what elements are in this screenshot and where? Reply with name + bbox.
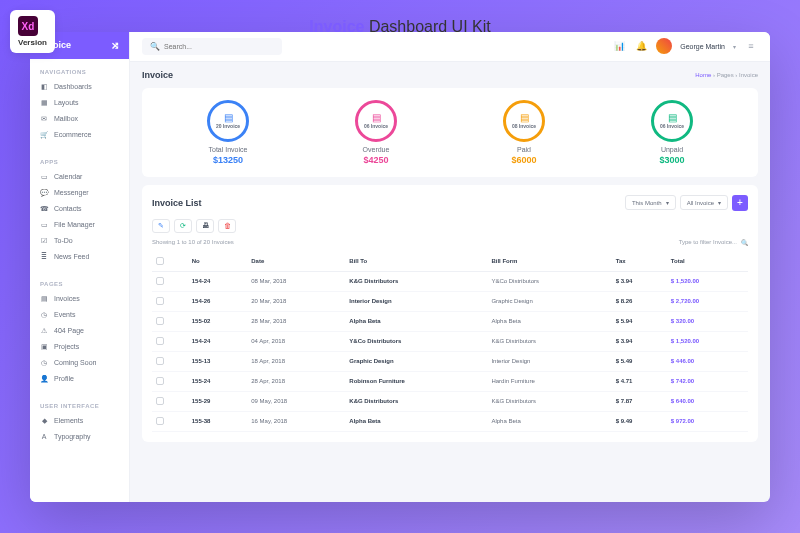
cell-tax: $ 5.49 (612, 351, 667, 371)
nav-404[interactable]: ⚠404 Page (30, 323, 129, 339)
table-row[interactable]: 155-3816 May, 2018Alpha BetaAlpha Beta$ … (152, 411, 748, 431)
col-tax[interactable]: Tax (612, 252, 667, 272)
cell-no: 155-38 (188, 411, 248, 431)
nav-mailbox[interactable]: ✉Mailbox (30, 111, 129, 127)
nav-todo[interactable]: ☑To-Do (30, 233, 129, 249)
table-row[interactable]: 154-2408 Mar, 2018K&G DistributorsY&Co D… (152, 271, 748, 291)
notification-icon[interactable]: 🔔 (634, 39, 648, 53)
page-header: Invoice Home › Pages › Invoice (142, 70, 758, 80)
checkbox[interactable] (156, 337, 164, 345)
cell-billto: Y&Co Distributors (345, 331, 487, 351)
nav-contacts[interactable]: ☎Contacts (30, 201, 129, 217)
cell-billfrom: K&G Distributors (487, 391, 611, 411)
breadcrumb-pages[interactable]: Pages (717, 72, 734, 78)
nav-item-label: Coming Soon (54, 359, 96, 366)
stat-paid: ▤08 Invoice Paid $6000 (503, 100, 545, 165)
events-icon: ◷ (40, 311, 48, 319)
nav-item-label: News Feed (54, 253, 89, 260)
nav-label-ui: USER INTERFACE (30, 399, 129, 413)
chart-icon[interactable]: 📊 (612, 39, 626, 53)
stats-row: ▤20 Invoice Total Invoice $13250 ▤06 Inv… (142, 88, 758, 177)
stat-count: 06 Invoice (660, 123, 684, 129)
checkbox[interactable] (156, 297, 164, 305)
error-icon: ⚠ (40, 327, 48, 335)
search-icon: 🔍 (741, 239, 748, 246)
nav-dashboards[interactable]: ◧Dashboards (30, 79, 129, 95)
cell-tax: $ 8.26 (612, 291, 667, 311)
stat-value: $6000 (503, 155, 545, 165)
cell-no: 155-13 (188, 351, 248, 371)
edit-button[interactable]: ✎ (152, 219, 170, 233)
checkbox[interactable] (156, 377, 164, 385)
invoice-filter-dropdown[interactable]: All Invoice▾ (680, 195, 728, 210)
refresh-button[interactable]: ⟳ (174, 219, 192, 233)
filter-placeholder: Type to filter Invoice... (679, 239, 737, 245)
table-row[interactable]: 154-2404 Apr, 2018Y&Co DistributorsK&G D… (152, 331, 748, 351)
nav-comingsoon[interactable]: ◷Coming Soon (30, 355, 129, 371)
cell-no: 155-24 (188, 371, 248, 391)
chevron-down-icon: ▾ (718, 199, 721, 206)
nav-label-apps: APPS (30, 155, 129, 169)
layouts-icon: ▦ (40, 99, 48, 107)
chevron-down-icon[interactable]: ▾ (733, 43, 736, 50)
stat-value: $13250 (207, 155, 249, 165)
nav-ecommerce[interactable]: 🛒Ecommerce (30, 127, 129, 143)
col-no[interactable]: No (188, 252, 248, 272)
col-billfrom[interactable]: Bill Form (487, 252, 611, 272)
nav-invoices[interactable]: ▤Invoices (30, 291, 129, 307)
avatar[interactable] (656, 38, 672, 54)
checkbox[interactable] (156, 357, 164, 365)
table-row[interactable]: 155-2909 May, 2018K&G DistributorsK&G Di… (152, 391, 748, 411)
nav-item-label: Typography (54, 433, 91, 440)
cell-date: 16 May, 2018 (247, 411, 345, 431)
checkbox[interactable] (156, 417, 164, 425)
xd-icon: Xd (18, 16, 38, 36)
nav-events[interactable]: ◷Events (30, 307, 129, 323)
cell-no: 154-26 (188, 291, 248, 311)
table-row[interactable]: 155-1318 Apr, 2018Graphic DesignInterior… (152, 351, 748, 371)
col-billto[interactable]: Bill To (345, 252, 487, 272)
nav-layouts[interactable]: ▦Layouts (30, 95, 129, 111)
print-button[interactable]: 🖶 (196, 219, 214, 233)
table-row[interactable]: 155-0228 Mar, 2018Alpha BetaAlpha Beta$ … (152, 311, 748, 331)
card-controls: This Month▾ All Invoice▾ + (625, 195, 748, 211)
nav-item-label: File Manager (54, 221, 95, 228)
nav-filemanager[interactable]: ▭File Manager (30, 217, 129, 233)
nav-section-ui: USER INTERFACE ◆Elements ATypography (30, 393, 129, 451)
table-row[interactable]: 154-2620 Mar, 2018Interior DesignGraphic… (152, 291, 748, 311)
cell-tax: $ 7.87 (612, 391, 667, 411)
checkbox[interactable] (156, 257, 164, 265)
nav-elements[interactable]: ◆Elements (30, 413, 129, 429)
nav-projects[interactable]: ▣Projects (30, 339, 129, 355)
checkbox[interactable] (156, 277, 164, 285)
chat-icon: 💬 (40, 189, 48, 197)
breadcrumb-home[interactable]: Home (695, 72, 711, 78)
col-date[interactable]: Date (247, 252, 345, 272)
delete-button[interactable]: 🗑 (218, 219, 236, 233)
menu-icon[interactable]: ≡ (744, 39, 758, 53)
checkbox[interactable] (156, 317, 164, 325)
search-input[interactable] (164, 43, 274, 50)
cart-icon: 🛒 (40, 131, 48, 139)
nav-profile[interactable]: 👤Profile (30, 371, 129, 387)
breadcrumb-current: Invoice (739, 72, 758, 78)
cell-tax: $ 5.94 (612, 311, 667, 331)
nav-typography[interactable]: ATypography (30, 429, 129, 445)
month-dropdown[interactable]: This Month▾ (625, 195, 676, 210)
user-name[interactable]: George Martin (680, 43, 725, 50)
col-total[interactable]: Total (667, 252, 748, 272)
search-box[interactable]: 🔍 (142, 38, 282, 55)
checkbox[interactable] (156, 397, 164, 405)
nav-calendar[interactable]: ▭Calendar (30, 169, 129, 185)
cell-billto: K&G Distributors (345, 391, 487, 411)
nav-messenger[interactable]: 💬Messenger (30, 185, 129, 201)
filter-input[interactable]: Type to filter Invoice...🔍 (679, 239, 748, 246)
cell-billto: Graphic Design (345, 351, 487, 371)
nav-item-label: To-Do (54, 237, 73, 244)
add-invoice-button[interactable]: + (732, 195, 748, 211)
nav-item-label: Mailbox (54, 115, 78, 122)
shuffle-icon[interactable]: ⤨ (111, 40, 119, 51)
table-row[interactable]: 155-2428 Apr, 2018Robinson FurnitureHard… (152, 371, 748, 391)
nav-item-label: Profile (54, 375, 74, 382)
nav-newsfeed[interactable]: ≣News Feed (30, 249, 129, 265)
